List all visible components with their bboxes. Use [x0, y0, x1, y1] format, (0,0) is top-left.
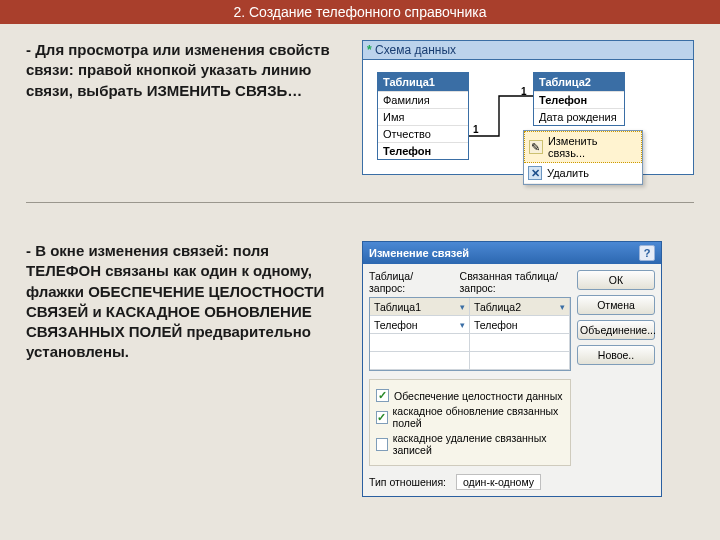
checkbox-group: ✓ Обеспечение целостности данных ✓ каска…	[369, 379, 571, 466]
checkbox-row[interactable]: каскадное удаление связанных записей	[376, 432, 564, 456]
empty-cell[interactable]	[370, 352, 470, 369]
cardinality-1: 1	[473, 124, 479, 135]
table2-caption: Таблица2	[534, 73, 624, 91]
schema-figure: * Схема данных Таблица1 Фамилия Имя Отче…	[362, 40, 694, 180]
table1-field[interactable]: Имя	[378, 108, 468, 125]
explanation-1: - Для просмотра или изменения свойств св…	[26, 40, 346, 180]
checkbox-label: каскадное обновление связанных полей	[393, 405, 564, 429]
page-title: 2. Создание телефонного справочника	[0, 0, 720, 24]
table-left-select[interactable]: Таблица1▾	[370, 298, 470, 315]
table-right-select[interactable]: Таблица2▾	[470, 298, 570, 315]
cancel-button[interactable]: Отмена	[577, 295, 655, 315]
checkbox-cascade-update[interactable]: ✓	[376, 411, 388, 424]
table1-field[interactable]: Фамилия	[378, 91, 468, 108]
dialog-body: Таблица/запрос: Связанная таблица/запрос…	[363, 264, 661, 496]
context-menu-delete[interactable]: ✕ Удалить	[524, 163, 642, 184]
cardinality-1: 1	[521, 86, 527, 97]
relation-type-label: Тип отношения:	[369, 476, 446, 488]
label-table-left: Таблица/запрос:	[369, 270, 436, 294]
relation-type-value: один-к-одному	[456, 474, 541, 490]
table1-field[interactable]: Телефон	[378, 142, 468, 159]
schema-window: * Схема данных Таблица1 Фамилия Имя Отче…	[362, 40, 694, 175]
schema-body: Таблица1 Фамилия Имя Отчество Телефон Та…	[363, 60, 693, 173]
dialog-buttons: ОК Отмена Объединение... Новое..	[577, 270, 655, 490]
table2-box[interactable]: Таблица2 Телефон Дата рождения	[533, 72, 625, 126]
chevron-down-icon: ▾	[460, 302, 465, 312]
context-menu-edit-label: Изменить связь...	[548, 135, 637, 159]
separator	[26, 202, 694, 203]
empty-cell[interactable]	[370, 334, 470, 351]
join-button[interactable]: Объединение...	[577, 320, 655, 340]
explanation-2: - В окне изменения связей: поля ТЕЛЕФОН …	[26, 241, 346, 497]
checkbox-label: Обеспечение целостности данных	[394, 390, 562, 402]
table-row	[370, 352, 570, 370]
ok-button[interactable]: ОК	[577, 270, 655, 290]
table1-caption: Таблица1	[378, 73, 468, 91]
checkbox-row[interactable]: ✓ каскадное обновление связанных полей	[376, 405, 564, 429]
top-section: - Для просмотра или изменения свойств св…	[0, 24, 720, 180]
empty-cell[interactable]	[470, 334, 570, 351]
checkbox-cascade-delete[interactable]	[376, 438, 388, 451]
bottom-section: - В окне изменения связей: поля ТЕЛЕФОН …	[0, 213, 720, 497]
table-row: Таблица1▾ Таблица2▾	[370, 298, 570, 316]
mapping-grid: Таблица1▾ Таблица2▾ Телефон▾ Телефон	[369, 297, 571, 371]
help-icon[interactable]: ?	[639, 245, 655, 261]
column-labels: Таблица/запрос: Связанная таблица/запрос…	[369, 270, 571, 294]
edit-relations-figure: Изменение связей ? Таблица/запрос: Связа…	[362, 241, 694, 497]
chevron-down-icon: ▾	[560, 302, 565, 312]
schema-titlebar: * Схема данных	[363, 41, 693, 60]
dialog-titlebar: Изменение связей ?	[363, 242, 661, 264]
dialog-left: Таблица/запрос: Связанная таблица/запрос…	[369, 270, 571, 490]
dialog-title-text: Изменение связей	[369, 247, 469, 259]
context-menu: ✎ Изменить связь... ✕ Удалить	[523, 130, 643, 185]
field-left-select[interactable]: Телефон▾	[370, 316, 470, 333]
table1-box[interactable]: Таблица1 Фамилия Имя Отчество Телефон	[377, 72, 469, 160]
edit-icon: ✎	[529, 140, 543, 154]
checkbox-row[interactable]: ✓ Обеспечение целостности данных	[376, 389, 564, 402]
schema-icon: *	[367, 43, 372, 57]
field-right-select[interactable]: Телефон	[470, 316, 570, 333]
schema-caption: Схема данных	[375, 43, 456, 57]
table2-field[interactable]: Дата рождения	[534, 108, 624, 125]
context-menu-edit[interactable]: ✎ Изменить связь...	[524, 131, 642, 163]
label-table-right: Связанная таблица/запрос:	[460, 270, 571, 294]
table2-field[interactable]: Телефон	[534, 91, 624, 108]
table-row: Телефон▾ Телефон	[370, 316, 570, 334]
checkbox-integrity[interactable]: ✓	[376, 389, 389, 402]
relation-type-row: Тип отношения: один-к-одному	[369, 474, 571, 490]
table-row	[370, 334, 570, 352]
delete-icon: ✕	[528, 166, 542, 180]
chevron-down-icon: ▾	[460, 320, 465, 330]
new-button[interactable]: Новое..	[577, 345, 655, 365]
table1-field[interactable]: Отчество	[378, 125, 468, 142]
empty-cell[interactable]	[470, 352, 570, 369]
checkbox-label: каскадное удаление связанных записей	[393, 432, 564, 456]
context-menu-delete-label: Удалить	[547, 167, 589, 179]
edit-relations-dialog: Изменение связей ? Таблица/запрос: Связа…	[362, 241, 662, 497]
